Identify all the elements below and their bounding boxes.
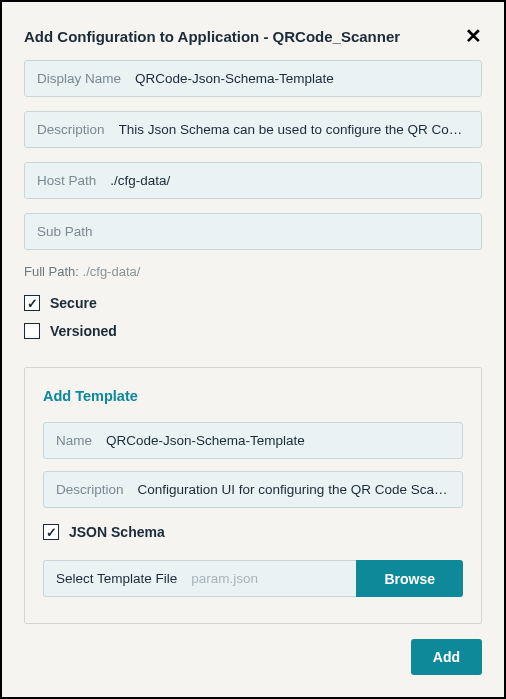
dialog-title: Add Configuration to Application - QRCod… (24, 28, 400, 45)
add-configuration-dialog: Add Configuration to Application - QRCod… (2, 2, 504, 697)
full-path-value: ./cfg-data/ (83, 264, 141, 279)
dialog-header: Add Configuration to Application - QRCod… (24, 26, 482, 46)
display-name-field[interactable]: Display Name QRCode-Json-Schema-Template (24, 60, 482, 97)
template-name-field[interactable]: Name QRCode-Json-Schema-Template (43, 422, 463, 459)
versioned-checkbox-row[interactable]: Versioned (24, 323, 482, 339)
display-name-value: QRCode-Json-Schema-Template (135, 71, 469, 86)
host-path-label: Host Path (37, 173, 96, 188)
sub-path-label: Sub Path (37, 224, 93, 239)
description-field[interactable]: Description This Json Schema can be used… (24, 111, 482, 148)
json-schema-label: JSON Schema (69, 524, 165, 540)
sub-path-field[interactable]: Sub Path (24, 213, 482, 250)
template-name-value: QRCode-Json-Schema-Template (106, 433, 450, 448)
secure-checkbox[interactable] (24, 295, 40, 311)
description-label: Description (37, 122, 105, 137)
template-file-placeholder: param.json (191, 571, 258, 586)
add-button[interactable]: Add (411, 639, 482, 675)
full-path-text: Full Path: ./cfg-data/ (24, 264, 482, 279)
template-name-label: Name (56, 433, 92, 448)
add-template-panel: Add Template Name QRCode-Json-Schema-Tem… (24, 367, 482, 624)
template-file-row: Select Template File param.json Browse (43, 560, 463, 597)
versioned-checkbox[interactable] (24, 323, 40, 339)
json-schema-checkbox-row[interactable]: JSON Schema (43, 524, 463, 540)
template-description-value: Configuration UI for configuring the QR … (138, 482, 450, 497)
secure-label: Secure (50, 295, 97, 311)
secure-checkbox-row[interactable]: Secure (24, 295, 482, 311)
dialog-footer: Add (24, 639, 482, 675)
versioned-label: Versioned (50, 323, 117, 339)
template-description-field[interactable]: Description Configuration UI for configu… (43, 471, 463, 508)
browse-button[interactable]: Browse (356, 560, 463, 597)
close-icon[interactable]: ✕ (465, 26, 482, 46)
json-schema-checkbox[interactable] (43, 524, 59, 540)
add-template-title: Add Template (43, 388, 463, 404)
template-file-input[interactable]: Select Template File param.json (43, 560, 356, 597)
description-value: This Json Schema can be used to configur… (119, 122, 469, 137)
template-file-label: Select Template File (56, 571, 177, 586)
template-description-label: Description (56, 482, 124, 497)
host-path-field[interactable]: Host Path ./cfg-data/ (24, 162, 482, 199)
host-path-value: ./cfg-data/ (110, 173, 469, 188)
display-name-label: Display Name (37, 71, 121, 86)
full-path-label: Full Path: (24, 264, 79, 279)
